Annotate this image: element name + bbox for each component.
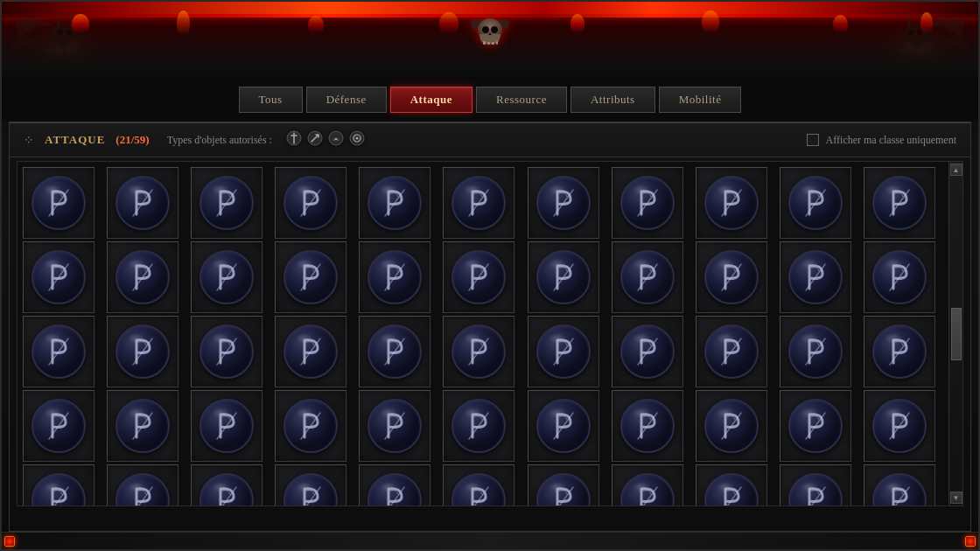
gem-cell[interactable] bbox=[107, 464, 178, 506]
gem-circle bbox=[368, 399, 422, 453]
gem-circle bbox=[872, 250, 927, 304]
gem-cell[interactable] bbox=[612, 316, 683, 387]
gem-cell[interactable] bbox=[275, 241, 346, 313]
gem-circle bbox=[368, 250, 422, 304]
gem-cell[interactable] bbox=[528, 464, 599, 506]
gem-cell[interactable] bbox=[191, 241, 262, 313]
gem-cell[interactable] bbox=[612, 167, 683, 239]
gem-symbol bbox=[631, 259, 664, 296]
gem-symbol bbox=[715, 259, 748, 296]
gem-cell[interactable] bbox=[780, 464, 851, 506]
gem-circle bbox=[452, 399, 506, 453]
gem-symbol bbox=[631, 408, 664, 444]
gem-cell[interactable] bbox=[107, 390, 178, 462]
svg-point-18 bbox=[355, 137, 358, 140]
gem-circle bbox=[788, 324, 843, 379]
gem-cell[interactable] bbox=[612, 464, 683, 506]
gem-cell[interactable] bbox=[23, 390, 94, 462]
gem-circle bbox=[284, 399, 338, 453]
gem-circle bbox=[452, 473, 506, 506]
gem-cell[interactable] bbox=[107, 241, 178, 313]
gem-cell[interactable] bbox=[528, 167, 599, 239]
gem-cell[interactable] bbox=[359, 241, 430, 313]
gem-cell[interactable] bbox=[107, 167, 178, 239]
show-class-filter[interactable]: Afficher ma classe uniquement bbox=[807, 134, 956, 147]
gem-cell[interactable] bbox=[696, 390, 767, 462]
gem-circle bbox=[32, 176, 86, 230]
gem-cell[interactable] bbox=[864, 316, 935, 387]
gem-cell[interactable] bbox=[443, 316, 514, 387]
tab-mobilite[interactable]: Mobilité bbox=[659, 87, 742, 113]
gem-cell[interactable] bbox=[23, 167, 94, 239]
gem-cell[interactable] bbox=[780, 241, 851, 313]
gem-cell[interactable] bbox=[275, 167, 346, 239]
gem-cell[interactable] bbox=[359, 316, 430, 387]
gem-cell[interactable] bbox=[864, 241, 935, 313]
gem-symbol bbox=[210, 482, 243, 506]
gem-cell[interactable] bbox=[528, 390, 599, 462]
show-class-checkbox-box[interactable] bbox=[807, 134, 819, 146]
gem-cell[interactable] bbox=[275, 390, 346, 462]
gem-symbol bbox=[799, 408, 832, 444]
tab-defense[interactable]: Défense bbox=[306, 87, 387, 113]
gem-cell[interactable] bbox=[696, 167, 767, 239]
scroll-up-arrow[interactable]: ▲ bbox=[950, 164, 962, 176]
gem-cell[interactable] bbox=[780, 316, 851, 387]
gem-cell[interactable] bbox=[443, 464, 514, 506]
gem-cell[interactable] bbox=[780, 167, 851, 239]
gem-cell[interactable] bbox=[528, 316, 599, 387]
gem-symbol bbox=[378, 333, 411, 370]
gem-cell[interactable] bbox=[23, 241, 94, 313]
gem-cell[interactable] bbox=[443, 390, 514, 462]
tab-tous[interactable]: Tous bbox=[239, 87, 303, 113]
gem-cell[interactable] bbox=[696, 464, 767, 506]
scroll-down-arrow[interactable]: ▼ bbox=[950, 492, 962, 504]
gem-symbol bbox=[42, 259, 75, 296]
gem-circle bbox=[704, 399, 759, 453]
gem-cell[interactable] bbox=[191, 464, 262, 506]
tab-ressource[interactable]: Ressource bbox=[476, 87, 567, 113]
gem-cell[interactable] bbox=[864, 390, 935, 462]
gem-cell[interactable] bbox=[359, 464, 430, 506]
scrollbar[interactable]: ▲ ▼ bbox=[948, 162, 962, 506]
gem-circle bbox=[704, 176, 759, 230]
gem-cell[interactable] bbox=[864, 167, 935, 239]
main-container: Tous Défense Attaque Ressource Attributs… bbox=[0, 0, 980, 551]
gem-symbol bbox=[126, 408, 159, 444]
gem-cell[interactable] bbox=[23, 464, 94, 506]
gem-symbol bbox=[294, 259, 327, 296]
gem-symbol bbox=[631, 185, 664, 221]
gem-cell[interactable] bbox=[23, 316, 94, 387]
gem-symbol bbox=[42, 185, 75, 221]
gem-cell[interactable] bbox=[359, 167, 430, 239]
gem-cell[interactable] bbox=[864, 464, 935, 506]
gem-cell[interactable] bbox=[191, 390, 262, 462]
gem-circle bbox=[536, 399, 591, 453]
gem-symbol bbox=[547, 408, 580, 444]
gem-cell[interactable] bbox=[612, 241, 683, 313]
gem-cell[interactable] bbox=[443, 241, 514, 313]
gem-cell[interactable] bbox=[275, 316, 346, 387]
gem-circle bbox=[200, 176, 254, 230]
gem-symbol bbox=[462, 408, 495, 444]
gem-cell[interactable] bbox=[696, 241, 767, 313]
gem-cell[interactable] bbox=[696, 316, 767, 387]
type-icons bbox=[286, 130, 365, 150]
gem-circle bbox=[284, 473, 338, 506]
gem-cell[interactable] bbox=[191, 167, 262, 239]
gem-cell[interactable] bbox=[443, 167, 514, 239]
gem-cell[interactable] bbox=[780, 390, 851, 462]
gem-symbol bbox=[294, 408, 327, 444]
gem-cell[interactable] bbox=[107, 316, 178, 387]
gem-cell[interactable] bbox=[612, 390, 683, 462]
scroll-thumb[interactable] bbox=[951, 308, 962, 360]
gem-cell[interactable] bbox=[528, 241, 599, 313]
weapon-icon-2 bbox=[307, 130, 323, 150]
gem-cell[interactable] bbox=[275, 464, 346, 506]
tab-attributs[interactable]: Attributs bbox=[570, 87, 655, 113]
gem-cell[interactable] bbox=[191, 316, 262, 387]
gem-circle bbox=[368, 473, 422, 506]
gem-cell[interactable] bbox=[359, 390, 430, 462]
tab-navigation: Tous Défense Attaque Ressource Attributs… bbox=[2, 76, 978, 122]
tab-attaque[interactable]: Attaque bbox=[390, 87, 472, 113]
